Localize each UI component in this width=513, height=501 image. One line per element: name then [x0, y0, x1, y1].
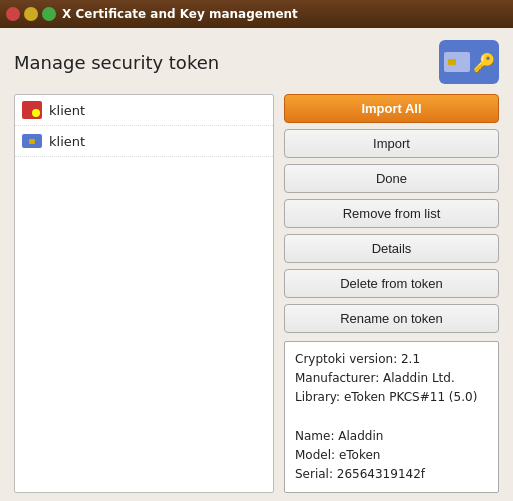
list-item[interactable]: klient: [15, 126, 273, 157]
window-controls: [6, 7, 56, 21]
header-row: Manage security token 🔑: [14, 40, 499, 84]
info-line-7: Serial: 26564319142f: [295, 465, 488, 484]
minimize-button[interactable]: [24, 7, 38, 21]
token-small-icon: [21, 130, 43, 152]
info-line-2: Manufacturer: Aladdin Ltd.: [295, 369, 488, 388]
list-item-label: klient: [49, 103, 85, 118]
close-button[interactable]: [6, 7, 20, 21]
certificate-list[interactable]: klient klient: [14, 94, 274, 493]
info-line-1: Cryptoki version: 2.1: [295, 350, 488, 369]
details-button[interactable]: Details: [284, 234, 499, 263]
done-button[interactable]: Done: [284, 164, 499, 193]
token-icon: 🔑: [439, 40, 499, 84]
window-title: X Certificate and Key management: [62, 7, 507, 21]
buttons-panel: Import All Import Done Remove from list …: [284, 94, 499, 493]
info-line-5: Name: Aladdin: [295, 427, 488, 446]
list-item-label: klient: [49, 134, 85, 149]
info-line-3: Library: eToken PKCS#11 (5.0): [295, 388, 488, 407]
main-content: klient klient Import All Import Done Rem…: [14, 94, 499, 493]
maximize-button[interactable]: [42, 7, 56, 21]
import-button[interactable]: Import: [284, 129, 499, 158]
rename-on-token-button[interactable]: Rename on token: [284, 304, 499, 333]
title-bar: X Certificate and Key management: [0, 0, 513, 28]
delete-from-token-button[interactable]: Delete from token: [284, 269, 499, 298]
page-title: Manage security token: [14, 52, 219, 73]
info-line-6: Model: eToken: [295, 446, 488, 465]
info-spacer: [295, 408, 488, 427]
remove-from-list-button[interactable]: Remove from list: [284, 199, 499, 228]
cert-icon: [21, 99, 43, 121]
import-all-button[interactable]: Import All: [284, 94, 499, 123]
list-item[interactable]: klient: [15, 95, 273, 126]
info-box: Cryptoki version: 2.1 Manufacturer: Alad…: [284, 341, 499, 493]
key-icon: 🔑: [473, 52, 495, 73]
